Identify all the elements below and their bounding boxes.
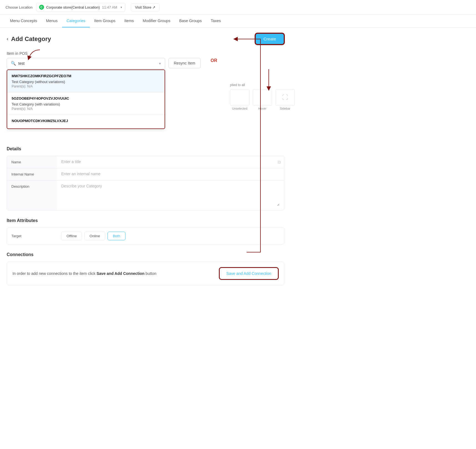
name-control: ⧉ [57,156,284,168]
page-header: ‹ Add Category Create [7,33,284,45]
chevron-down-icon: ▾ [159,61,161,66]
location-icon [39,5,44,10]
dropdown-item-id-2: NOUOPMOTCDKVKIIMZ5LVXJEJ [12,119,160,123]
image-placeholder-icon: ⛶ [282,94,288,101]
sidebar-label: Sidebar [275,107,295,110]
name-row: Name ⧉ [7,156,284,168]
item-in-pos-section: Item in POS 🔍 ▾ MW7SHKCZOMKFI [7,51,201,69]
internal-name-label: Internal Name [7,168,57,180]
nav-item-modifier-groups[interactable]: Modifier Groups [138,15,175,27]
hover-image-wrapper: Hover [253,89,272,110]
description-row: Description [7,180,284,210]
description-control [57,180,284,210]
connections-title: Connections [7,252,284,257]
location-name: Corporate store(Central Location) [46,5,100,9]
attributes-table: Target Offline Online Both [7,228,284,244]
target-row: Target Offline Online Both [7,228,284,244]
copy-icon: ⧉ [278,160,281,165]
search-row: 🔍 ▾ MW7SHKCZOMKFIRZGCPFZEO7M Test Catego… [7,58,201,69]
description-textarea[interactable] [61,184,280,206]
name-label: Name [7,156,57,168]
nav-item-items[interactable]: Items [120,15,138,27]
nav-item-item-groups[interactable]: Item Groups [90,15,120,27]
hover-label: Hover [253,107,272,110]
nav-item-taxes[interactable]: Taxes [206,15,225,27]
nav-item-base-groups[interactable]: Base Groups [175,15,206,27]
dropdown-item-name-1: Test Category (with variations) [12,102,160,106]
details-title: Details [7,146,284,151]
search-input-container: 🔍 ▾ [7,58,165,69]
dropdown-item-name-0: Test Category (without variations) [12,80,160,84]
image-placeholder-row: Unselected Hover ⛶ Sidebar [230,89,285,110]
target-buttons: Offline Online Both [61,232,126,240]
search-wrapper: 🔍 ▾ MW7SHKCZOMKFIRZGCPFZEO7M Test Catego… [7,58,165,69]
or-label: OR [211,58,217,63]
internal-name-row: Internal Name [7,168,284,180]
sidebar-image-box: ⛶ [275,89,295,106]
internal-name-input[interactable] [61,172,280,176]
connections-section: Connections In order to add new connecti… [7,252,284,285]
dropdown-item-id-0: MW7SHKCZOMKFIRZGCPFZEO7M [12,74,160,78]
create-button[interactable]: Create [255,33,284,45]
pos-dropdown: MW7SHKCZOMKFIRZGCPFZEO7M Test Category (… [7,69,165,129]
page-title: Add Category [11,35,51,43]
nav-item-menus[interactable]: Menus [42,15,62,27]
main-content: ‹ Add Category Create Item in POS 🔍 ▾ [0,28,291,291]
back-button[interactable]: ‹ [7,36,8,42]
item-in-pos-label: Item in POS [7,51,201,56]
details-form: Name ⧉ Internal Name Description [7,156,284,210]
nav-item-menu-concepts[interactable]: Menu Concepts [6,15,42,27]
sidebar-image-wrapper: ⛶ Sidebar [275,89,295,110]
connections-bold: Save and Add Connection [97,271,145,276]
choose-location-label: Choose Location [6,5,33,9]
details-section: Details Name ⧉ Internal Name Description [7,146,284,210]
description-label: Description [7,180,57,210]
page-header-left: ‹ Add Category [7,35,51,43]
dropdown-item-0[interactable]: MW7SHKCZOMKFIRZGCPFZEO7M Test Category (… [7,70,165,92]
unselected-image-box [230,89,249,106]
connections-box: In order to add new connections to the i… [7,262,284,285]
location-time: 11:47 AM [102,5,117,9]
unselected-label: Unselected [230,107,249,110]
dropdown-item-1[interactable]: 5OZOOBEP4Y4OPOVZVJOVUUIC Test Category (… [7,92,165,115]
name-input[interactable] [61,159,280,164]
hover-image-box [253,89,272,106]
target-label: Target [11,234,61,238]
target-both-button[interactable]: Both [108,232,126,240]
image-panel: plied to all Unselected Hover ⛶ Sidebar [230,83,285,110]
target-online-button[interactable]: Online [84,232,105,240]
search-input[interactable] [18,61,157,66]
resync-item-button[interactable]: Resync Item [168,58,201,68]
chevron-down-icon: ▾ [121,6,122,9]
internal-name-control [57,168,284,180]
search-icon: 🔍 [11,61,16,66]
visit-store-button[interactable]: Visit Store ↗ [131,3,160,11]
location-selector[interactable]: Corporate store(Central Location) 11:47 … [36,3,126,12]
nav-item-categories[interactable]: Categories [62,15,90,27]
dropdown-item-id-1: 5OZOOBEP4Y4OPOVZVJOVUUIC [12,96,160,100]
item-attributes-section: Item Attributes Target Offline Online Bo… [7,218,284,244]
dropdown-item-parent-1: Parent(s): N/A [12,107,160,111]
dropdown-item-2[interactable]: NOUOPMOTCDKVKIIMZ5LVXJEJ [7,115,165,128]
save-and-add-connection-button[interactable]: Save and Add Connection [219,267,278,280]
item-attributes-title: Item Attributes [7,218,284,223]
applied-all-text: plied to all [230,83,285,87]
top-bar: Choose Location Corporate store(Central … [0,0,476,15]
connections-text: In order to add new connections to the i… [12,271,156,276]
target-offline-button[interactable]: Offline [61,232,82,240]
unselected-image-wrapper: Unselected [230,89,249,110]
nav-bar: Menu Concepts Menus Categories Item Grou… [0,15,476,28]
dropdown-item-parent-0: Parent(s): N/A [12,84,160,88]
